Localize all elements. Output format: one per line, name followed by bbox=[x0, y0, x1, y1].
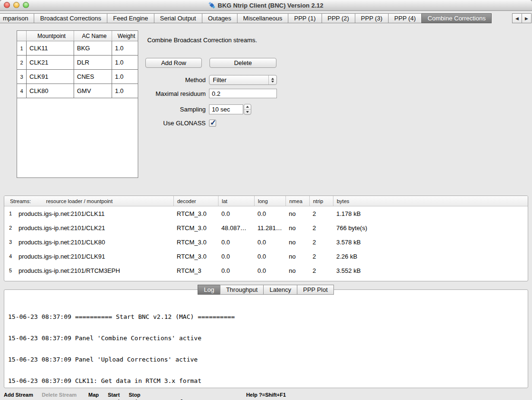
method-select[interactable]: Filter bbox=[209, 75, 277, 85]
add-row-button[interactable]: Add Row bbox=[145, 58, 202, 68]
use-glonass-label: Use GLONASS bbox=[142, 120, 206, 127]
streams-label: Streams: bbox=[10, 198, 31, 204]
stream-bytes: 2.26 kB bbox=[333, 253, 528, 260]
title-bar: BKG Ntrip Client (BNC) Version 2.12 bbox=[0, 0, 532, 11]
stream-long: 11.281… bbox=[254, 224, 285, 232]
column-header-lat[interactable]: lat bbox=[218, 196, 254, 206]
column-header-ntrip[interactable]: ntrip bbox=[309, 196, 333, 206]
stream-decoder: RTCM_3.0 bbox=[173, 253, 218, 260]
stream-nmea: no bbox=[285, 224, 309, 232]
stream-decoder: RTCM_3.0 bbox=[173, 210, 218, 217]
stream-row[interactable]: 3 products.igs-ip.net:2101/CLK80 RTCM_3.… bbox=[4, 235, 528, 249]
cell-ac-name[interactable]: BKG bbox=[74, 41, 112, 56]
table-corner-cell bbox=[17, 31, 27, 41]
cell-ac-name[interactable]: DLR bbox=[74, 56, 112, 70]
stream-nmea: no bbox=[285, 210, 309, 217]
column-header-nmea[interactable]: nmea bbox=[285, 196, 309, 206]
stream-long: 0.0 bbox=[254, 239, 285, 246]
resource-mountpoint-label: resource loader / mountpoint bbox=[46, 198, 113, 204]
column-header-resource-mountpoint[interactable]: Streams: resource loader / mountpoint bbox=[4, 196, 173, 206]
stream-bytes: 1.178 kB bbox=[333, 210, 528, 217]
stream-mountpoint: products.igs-ip.net:2101/CLK21 bbox=[17, 224, 173, 232]
stream-lat: 0.0 bbox=[218, 210, 254, 217]
method-select-value: Filter bbox=[209, 75, 268, 84]
stream-row[interactable]: 1 products.igs-ip.net:2101/CLK11 RTCM_3.… bbox=[4, 206, 528, 221]
mountpoint-table[interactable]: Mountpoint AC Name Weight 1 CLK11 BKG 1.… bbox=[17, 30, 138, 178]
cell-weight[interactable]: 1.0 bbox=[112, 56, 138, 70]
table-row[interactable]: 1 CLK11 BKG 1.0 bbox=[17, 41, 138, 56]
column-header-decoder[interactable]: decoder bbox=[173, 196, 218, 206]
log-content: 15-06-23 08:37:09 ========== Start BNC v… bbox=[8, 299, 246, 400]
tab-bar: mparison Broadcast Corrections Feed Engi… bbox=[0, 11, 532, 23]
column-header-weight[interactable]: Weight bbox=[112, 31, 138, 41]
stream-long: 0.0 bbox=[254, 210, 285, 217]
tab-comparison[interactable]: mparison bbox=[0, 13, 34, 23]
log-panel[interactable]: 15-06-23 08:37:09 ========== Start BNC v… bbox=[4, 289, 528, 388]
column-header-bytes[interactable]: bytes bbox=[333, 196, 528, 206]
updown-arrows-icon[interactable] bbox=[268, 75, 276, 84]
stepper-up-button[interactable] bbox=[244, 104, 251, 110]
cell-mountpoint[interactable]: CLK80 bbox=[27, 84, 74, 98]
stream-mountpoint: products.igs-ip.net:2101/RTCM3EPH bbox=[17, 267, 173, 274]
up-arrow-icon bbox=[271, 78, 274, 80]
delete-button[interactable]: Delete bbox=[209, 58, 276, 68]
cell-weight[interactable]: 1.0 bbox=[112, 41, 138, 56]
table-row[interactable]: 4 CLK80 GMV 1.0 bbox=[17, 84, 138, 98]
stream-row[interactable]: 4 products.igs-ip.net:2101/CLK91 RTCM_3.… bbox=[4, 249, 528, 263]
column-header-mountpoint[interactable]: Mountpoint bbox=[27, 31, 74, 41]
chevron-left-icon: ◀ bbox=[515, 16, 519, 21]
maximal-residuum-input[interactable] bbox=[209, 89, 277, 98]
tab-serial-output[interactable]: Serial Output bbox=[154, 13, 202, 23]
tab-ppp-2[interactable]: PPP (2) bbox=[322, 13, 355, 23]
stream-decoder: RTCM_3 bbox=[173, 267, 218, 274]
tab-log[interactable]: Log bbox=[198, 285, 220, 295]
cell-ac-name[interactable]: CNES bbox=[74, 70, 112, 84]
tab-feed-engine[interactable]: Feed Engine bbox=[107, 13, 154, 23]
stream-nmea: no bbox=[285, 253, 309, 260]
stream-long: 0.0 bbox=[254, 267, 285, 274]
maximal-residuum-label: Maximal residuum bbox=[142, 90, 206, 97]
tab-combine-corrections[interactable]: Combine Corrections bbox=[421, 13, 492, 23]
use-glonass-checkbox[interactable] bbox=[209, 120, 216, 127]
tab-scroll-right-button[interactable]: ▶ bbox=[522, 13, 532, 23]
tab-ppp-3[interactable]: PPP (3) bbox=[355, 13, 389, 23]
tab-broadcast-corrections[interactable]: Broadcast Corrections bbox=[34, 13, 107, 23]
cell-weight[interactable]: 1.0 bbox=[112, 70, 138, 84]
column-header-long[interactable]: long bbox=[254, 196, 285, 206]
stream-row[interactable]: 5 products.igs-ip.net:2101/RTCM3EPH RTCM… bbox=[4, 263, 528, 278]
tab-ppp-plot[interactable]: PPP Plot bbox=[297, 285, 334, 295]
log-line: 15-06-23 08:37:09 ========== Start BNC v… bbox=[8, 313, 246, 320]
add-row-button-label: Add Row bbox=[161, 59, 186, 66]
column-header-ac-name[interactable]: AC Name bbox=[74, 31, 112, 41]
tab-ppp-1[interactable]: PPP (1) bbox=[288, 13, 322, 23]
tab-scroll-left-button[interactable]: ◀ bbox=[512, 13, 522, 23]
cell-mountpoint[interactable]: CLK91 bbox=[27, 70, 74, 84]
cell-mountpoint[interactable]: CLK11 bbox=[27, 41, 74, 56]
tab-latency[interactable]: Latency bbox=[263, 285, 297, 295]
down-arrow-icon bbox=[246, 111, 249, 113]
table-row[interactable]: 3 CLK91 CNES 1.0 bbox=[17, 70, 138, 84]
tab-outages[interactable]: Outages bbox=[202, 13, 238, 23]
stream-decoder: RTCM_3.0 bbox=[173, 224, 218, 232]
stepper-down-button[interactable] bbox=[244, 110, 251, 114]
tab-scroll-controls: ◀ ▶ bbox=[513, 13, 532, 23]
log-line: 15-06-23 08:37:09 Panel 'Combine Correct… bbox=[8, 335, 246, 342]
cell-ac-name[interactable]: GMV bbox=[74, 84, 112, 98]
stream-bytes: 766 byte(s) bbox=[333, 224, 528, 232]
row-number: 2 bbox=[17, 56, 27, 70]
cell-mountpoint[interactable]: CLK21 bbox=[27, 56, 74, 70]
tab-ppp-4[interactable]: PPP (4) bbox=[388, 13, 422, 23]
row-number: 3 bbox=[17, 70, 27, 84]
streams-table: Streams: resource loader / mountpoint de… bbox=[4, 195, 528, 281]
tab-throughput[interactable]: Throughput bbox=[220, 285, 264, 295]
stream-lat: 0.0 bbox=[218, 239, 254, 246]
log-line: 15-06-23 08:37:09 Panel 'Upload Correcti… bbox=[8, 356, 246, 363]
tab-miscellaneous[interactable]: Miscellaneous bbox=[237, 13, 288, 23]
stream-row-number: 5 bbox=[4, 268, 17, 273]
cell-weight[interactable]: 1.0 bbox=[112, 84, 138, 98]
sampling-input[interactable] bbox=[209, 104, 243, 114]
table-row[interactable]: 2 CLK21 DLR 1.0 bbox=[17, 56, 138, 70]
stream-row[interactable]: 2 products.igs-ip.net:2101/CLK21 RTCM_3.… bbox=[4, 221, 528, 235]
app-icon bbox=[209, 2, 215, 9]
stream-ntrip: 2 bbox=[309, 267, 333, 274]
